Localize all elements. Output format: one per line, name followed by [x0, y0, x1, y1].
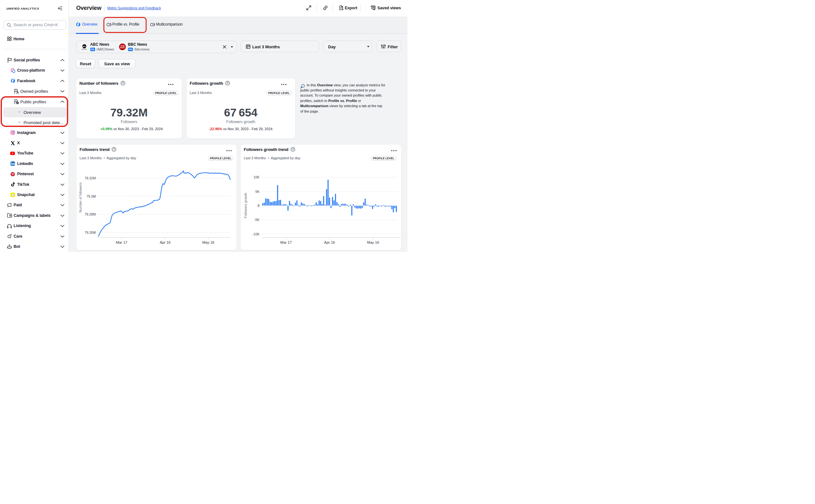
svg-text:5K: 5K [255, 189, 259, 193]
svg-text:May 16: May 16 [202, 240, 215, 244]
svg-text:Apr 16: Apr 16 [324, 240, 335, 244]
svg-text:79.26M: 79.26M [84, 231, 96, 234]
svg-text:79.32M: 79.32M [84, 176, 96, 180]
svg-text:10K: 10K [253, 175, 259, 179]
svg-text:Mar 17: Mar 17 [280, 240, 292, 244]
svg-text:79.28M: 79.28M [84, 212, 96, 216]
svg-text:Followers growth: Followers growth [243, 193, 247, 218]
svg-text:?: ? [113, 148, 115, 151]
svg-text:?: ? [122, 82, 123, 85]
svg-text:Mar 17: Mar 17 [115, 240, 127, 244]
svg-text:Apr 16: Apr 16 [159, 240, 170, 244]
svg-text:Number of followers: Number of followers [78, 182, 82, 212]
svg-text:?: ? [227, 82, 228, 85]
svg-text:79.3M: 79.3M [86, 194, 96, 198]
svg-text:-10K: -10K [252, 232, 259, 236]
svg-text:NEWS: NEWS [82, 48, 87, 50]
svg-text:?: ? [292, 148, 294, 151]
svg-text:-5K: -5K [254, 218, 259, 222]
svg-text:abc: abc [83, 45, 86, 47]
svg-text:May 16: May 16 [367, 240, 379, 244]
svg-text:NEWS: NEWS [120, 47, 125, 49]
